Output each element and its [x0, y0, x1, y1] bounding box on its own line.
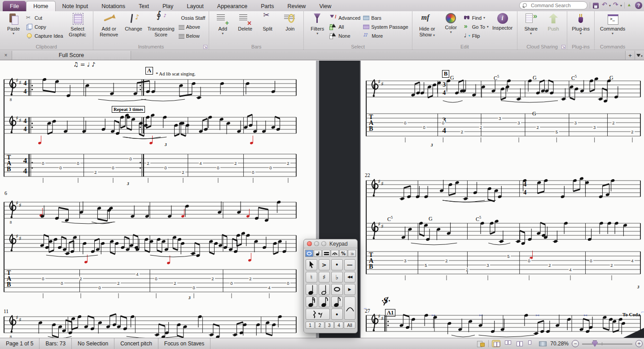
keypad-tab-more-notes[interactable]: [314, 250, 322, 257]
staff-R2-tab[interactable]: TAB352235024024: [366, 242, 640, 282]
keypad-augmentation-dot-button[interactable]: •: [331, 309, 343, 320]
redo-button[interactable]: ▾: [613, 2, 622, 9]
keypad-quarter-note-button[interactable]: [306, 284, 317, 295]
delete-bar-button[interactable]: Delete: [235, 13, 255, 32]
share-button[interactable]: Share▾: [521, 13, 541, 35]
chevron-down-icon[interactable]: ▾: [483, 16, 485, 20]
help-icon[interactable]: [635, 2, 642, 9]
keypad-eighth-note-button[interactable]: [319, 296, 330, 308]
view-spreads-horizontally-icon[interactable]: [492, 340, 500, 347]
tab-note-input[interactable]: Note Input: [56, 1, 95, 11]
close-tab-icon[interactable]: ×: [0, 52, 12, 58]
change-instrument-button[interactable]: Change: [124, 13, 144, 32]
select-advanced-button[interactable]: Advanced: [330, 14, 360, 21]
keypad-voice-3-button[interactable]: 3: [325, 322, 334, 329]
staff-L2-tab[interactable]: TAB00202402020240: [4, 260, 296, 300]
tab-file[interactable]: File: [3, 1, 26, 11]
commands-button[interactable]: Commands▾: [598, 13, 627, 35]
keypad-rewind-button[interactable]: ◀◀: [344, 272, 356, 283]
tab-menu-button[interactable]: ▾: [635, 51, 644, 60]
select-more-button[interactable]: More: [363, 32, 408, 39]
keypad-accent-button[interactable]: >: [319, 259, 330, 270]
find-button[interactable]: Find▾: [464, 14, 489, 21]
keypad-window[interactable]: Keypad %♭♭ >•—♮♯♭◀◀▶• 1234All: [303, 239, 358, 333]
keypad-staccato-button[interactable]: •: [331, 259, 343, 270]
minimize-window-icon[interactable]: [314, 241, 319, 246]
keypad-rest-button[interactable]: [306, 309, 330, 320]
save-icon[interactable]: [592, 2, 600, 9]
tab-parts[interactable]: Parts: [254, 1, 280, 11]
keypad-whole-note-button[interactable]: [331, 284, 343, 295]
paste-button[interactable]: Paste▾: [4, 13, 23, 35]
inspector-button[interactable]: Inspector: [491, 13, 513, 31]
staff-L1-guitar[interactable]: ♯♯44: [4, 107, 296, 141]
tab-full-score[interactable]: Full Score: [12, 51, 131, 60]
view-pages-vertically-icon[interactable]: [504, 340, 512, 347]
tab-notations[interactable]: Notations: [95, 1, 132, 11]
segno-icon[interactable]: S: [382, 296, 390, 306]
keypad-play-button[interactable]: ▶: [344, 284, 356, 295]
ossia-below-button[interactable]: Below: [179, 32, 206, 39]
tab-review[interactable]: Review: [280, 1, 312, 11]
view-single-pages-icon[interactable]: [515, 340, 524, 347]
keypad-voice-1-button[interactable]: 1: [306, 322, 315, 329]
keypad-tenuto-button[interactable]: —: [344, 259, 356, 270]
staff-R2-melody[interactable]: ♯♯44: [366, 171, 640, 205]
select-none-button[interactable]: None: [330, 32, 360, 39]
select-bars-button[interactable]: Bars: [363, 14, 408, 21]
cut-button[interactable]: Cut: [26, 14, 63, 21]
chevron-down-icon[interactable]: ▾: [487, 25, 489, 29]
staff-R1-tab[interactable]: TAB340002233253322: [366, 104, 640, 144]
view-single-page-vertical-icon[interactable]: [527, 340, 535, 347]
keypad-tab-beams-tremolos[interactable]: [322, 250, 330, 257]
copy-button[interactable]: Copy: [26, 23, 63, 30]
new-tab-button[interactable]: +: [625, 51, 635, 60]
keypad-tab-accidentals[interactable]: ♭♭: [348, 250, 356, 257]
undo-button[interactable]: ▾: [602, 2, 611, 9]
tab-home[interactable]: Home: [26, 1, 55, 11]
staff-L1-voice[interactable]: 8♯♯44: [4, 70, 296, 104]
capture-idea-button[interactable]: Capture Idea: [26, 32, 63, 39]
tab-view[interactable]: View: [312, 1, 338, 11]
keypad-eighth-note-b-button[interactable]: [331, 296, 343, 308]
close-window-icon[interactable]: [307, 241, 312, 246]
select-system-passage-button[interactable]: System Passage: [363, 23, 408, 30]
staff-L1-tab[interactable]: TAB44000200202402002: [4, 144, 296, 185]
keypad-tie-button[interactable]: [344, 296, 356, 320]
command-search[interactable]: [519, 1, 587, 9]
zoom-slider[interactable]: [582, 340, 632, 347]
keypad-half-note-button[interactable]: [319, 284, 330, 295]
zoom-out-button[interactable]: −: [572, 340, 579, 347]
chevron-down-icon[interactable]: ▾: [609, 4, 611, 8]
split-bar-button[interactable]: Split: [258, 13, 277, 32]
tab-appearance[interactable]: Appearance: [210, 1, 254, 11]
view-panorama-icon[interactable]: [539, 340, 547, 347]
flip-button[interactable]: Flip: [464, 32, 489, 39]
join-bar-button[interactable]: Join: [280, 13, 300, 32]
keypad-voice-all-button[interactable]: All: [344, 322, 355, 329]
tab-text[interactable]: Text: [132, 1, 156, 11]
select-graphic-button[interactable]: Select Graphic: [66, 13, 89, 38]
color-button[interactable]: Color▾: [441, 13, 461, 34]
keypad-tab-jazz-articulations[interactable]: %: [339, 250, 347, 257]
staff-L2-guitar[interactable]: ♯♯: [4, 225, 296, 260]
status-focus-on-staves[interactable]: Focus on Staves: [158, 338, 210, 349]
go-to-button[interactable]: Go To▾: [464, 23, 489, 30]
keypad-tab-articulations[interactable]: [331, 250, 339, 257]
hide-or-show-button[interactable]: Hide or Show ▾: [416, 13, 438, 39]
ossia-above-button[interactable]: Above: [179, 23, 206, 30]
zoom-slider-handle[interactable]: [592, 340, 598, 347]
filters-button[interactable]: Filters▾: [307, 13, 327, 35]
keypad-natural-button[interactable]: ♮: [306, 272, 317, 283]
status-concert-pitch[interactable]: Concert pitch: [114, 338, 158, 349]
keypad-tab-common-notes[interactable]: [305, 250, 313, 257]
keypad-voice-2-button[interactable]: 2: [315, 322, 324, 329]
staff-L2-voice[interactable]: 8♯♯: [4, 192, 296, 226]
keypad-voice-4-button[interactable]: 4: [334, 322, 343, 329]
keypad-titlebar[interactable]: Keypad: [304, 239, 357, 248]
dialog-launcher-icon[interactable]: ↘: [561, 45, 565, 49]
staff-L3-voice[interactable]: 8♯♯: [4, 307, 296, 338]
keypad-sixteenth-note-button[interactable]: [306, 296, 317, 308]
staff-R3-melody[interactable]: ♯♯: [366, 305, 640, 338]
command-search-input[interactable]: [530, 2, 583, 9]
